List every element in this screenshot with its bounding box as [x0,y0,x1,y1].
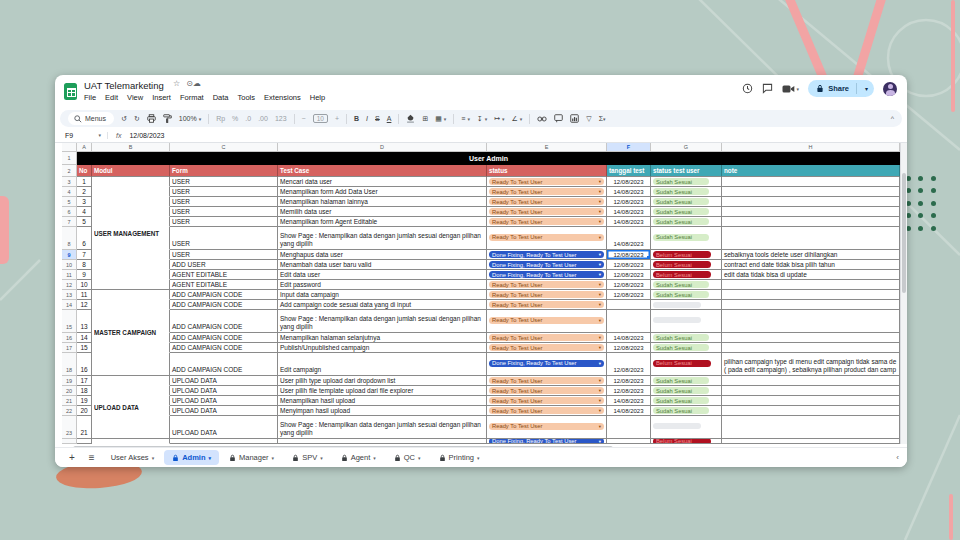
cell-status-test-user[interactable]: Belum Sesuai [651,250,722,260]
status-dropdown-chip[interactable]: Ready To Test User▾ [489,377,604,384]
cell-form[interactable]: UPLOAD DATA [170,376,278,386]
cell-tanggal-test[interactable]: 12/08/2023 [607,260,651,270]
sheet-tab-printing[interactable]: Printing▾ [431,450,488,465]
cell-form[interactable]: UPLOAD DATA [170,396,278,406]
row-header[interactable]: 18 [62,353,77,376]
table-column-header[interactable]: status test user [651,165,722,177]
cell-no[interactable]: 8 [77,260,92,270]
row-header[interactable]: 16 [62,333,77,343]
row-header[interactable]: 8 [62,227,77,250]
cell-tanggal-test[interactable]: 12/08/2023 [607,343,651,353]
menu-extensions[interactable]: Extensions [264,93,301,102]
redo-button[interactable]: ↻ [134,115,140,123]
cell-status[interactable]: Ready To Test User▾ [487,386,607,396]
paint-format-button[interactable] [163,114,172,123]
chip-caret-icon[interactable]: ▾ [599,361,601,366]
cell-form[interactable]: USER [170,197,278,207]
result-dropdown-chip[interactable]: Sudah Sesuai [653,344,709,351]
collapse-toolbar-button[interactable]: ^ [891,115,894,122]
spreadsheet-grid[interactable]: ABCDEFGH1User Admin2NoModulFormTest Case… [62,143,900,444]
row-header[interactable]: 14 [62,300,77,310]
cell-no[interactable]: 21 [77,416,92,439]
result-dropdown-chip[interactable]: Sudah Sesuai [653,407,709,414]
row-header[interactable]: 12 [62,280,77,290]
cell-test-case[interactable]: Menampilkan hasil upload [278,396,487,406]
cell-status-test-user[interactable] [651,300,722,310]
cell-tanggal-test[interactable]: 12/08/2023 [607,280,651,290]
share-button[interactable]: Share ▾ [808,80,874,97]
cell-tanggal-test[interactable] [607,416,651,439]
status-dropdown-chip[interactable]: Ready To Test User▾ [489,281,604,288]
share-dropdown-caret[interactable]: ▾ [861,85,872,92]
cell-form[interactable]: UPLOAD DATA [170,416,278,439]
row-header[interactable]: 23 [62,416,77,439]
menu-format[interactable]: Format [180,93,204,102]
cell-form[interactable]: ADD CAMPAIGN CODE [170,290,278,300]
cell-modul[interactable] [92,376,170,386]
column-header-H[interactable]: H [722,143,900,152]
cell-test-case[interactable]: Menambah data user baru valid [278,260,487,270]
cell-form[interactable]: USER [170,207,278,217]
tab-caret-icon[interactable]: ▾ [272,455,275,461]
cell-status-test-user[interactable]: Belum Sesuai [651,353,722,376]
sheet-tab-spv[interactable]: SPV▾ [284,450,331,465]
cell-no[interactable]: 14 [77,333,92,343]
result-dropdown-chip[interactable]: Sudah Sesuai [653,178,709,185]
cell-test-case[interactable]: User pilih file template upload dari fil… [278,386,487,396]
tab-caret-icon[interactable]: ▾ [208,455,211,461]
cell-test-case[interactable]: Publish/Unpublished campaign [278,343,487,353]
cell-test-case[interactable]: Show Page : Menampilkan data dengan juml… [278,310,487,333]
cell-note[interactable] [722,439,900,444]
create-filter-button[interactable]: ▽ [586,115,591,123]
result-dropdown-chip[interactable]: Sudah Sesuai [653,334,709,341]
meet-video-icon[interactable]: ▾ [782,84,800,94]
vertical-align-button[interactable]: ↧ ▾ [477,115,487,123]
sheet-tab-agent[interactable]: Agent▾ [333,450,384,465]
chip-caret-icon[interactable]: ▾ [599,252,601,257]
cell-modul[interactable] [92,270,170,280]
row-header[interactable]: 1 [62,152,77,165]
status-dropdown-chip[interactable]: Ready To Test User▾ [489,407,604,414]
cell-test-case[interactable]: Input data campaign [278,290,487,300]
cell-no[interactable]: 6 [77,227,92,250]
cell-status-test-user[interactable]: Sudah Sesuai [651,227,722,250]
tab-caret-icon[interactable]: ▾ [373,455,376,461]
cell-test-case[interactable]: Add campaign code sesuai data yang di in… [278,300,487,310]
merge-cells-button[interactable]: ▦ ▾ [435,115,446,123]
italic-button[interactable]: I [366,115,368,122]
result-dropdown-chip[interactable]: Sudah Sesuai [653,377,709,384]
tab-caret-icon[interactable]: ▾ [477,455,480,461]
cell-no[interactable] [77,439,92,444]
row-header[interactable]: 9 [62,250,77,260]
result-dropdown-chip[interactable]: Sudah Sesuai [653,198,709,205]
cell-status[interactable]: Ready To Test User▾ [487,280,607,290]
cell-test-case[interactable]: Menampilkan form Agent Editable [278,217,487,227]
cell-status[interactable]: Done Fixing, Ready To Test User▾ [487,439,607,444]
cell-tanggal-test[interactable]: 12/08/2023 [607,290,651,300]
table-column-header[interactable]: note [722,165,900,177]
row-header[interactable]: 7 [62,217,77,227]
cell-status[interactable]: Ready To Test User▾ [487,227,607,250]
cell-tanggal-test[interactable]: 14/08/2023 [607,217,651,227]
cell-form[interactable]: UPLOAD DATA [170,406,278,416]
sheet-tab-qc[interactable]: QC▾ [386,450,429,465]
cell-status-test-user[interactable]: Sudah Sesuai [651,406,722,416]
cell-status[interactable]: Ready To Test User▾ [487,406,607,416]
cell-test-case[interactable]: Memilih data user [278,207,487,217]
cell-tanggal-test[interactable]: 12/08/2023 [607,376,651,386]
cell-test-case[interactable]: Edit data user [278,270,487,280]
cell-no[interactable]: 3 [77,197,92,207]
table-column-header[interactable]: tanggal test [607,165,651,177]
cell-note[interactable] [722,300,900,310]
chip-caret-icon[interactable]: ▾ [599,345,601,350]
cell-status[interactable]: Ready To Test User▾ [487,416,607,439]
chip-caret-icon[interactable]: ▾ [599,408,601,413]
cell-no[interactable]: 17 [77,376,92,386]
cell-status[interactable]: Done Fixing, Ready To Test User▾ [487,250,607,260]
cell-test-case[interactable]: Menampilkan halaman lainnya [278,197,487,207]
chip-caret-icon[interactable]: ▾ [599,209,601,214]
cell-test-case[interactable]: Menghapus data user [278,250,487,260]
cell-tanggal-test[interactable] [607,300,651,310]
table-column-header[interactable]: status [487,165,607,177]
namebox-caret-icon[interactable]: ▾ [98,132,101,138]
